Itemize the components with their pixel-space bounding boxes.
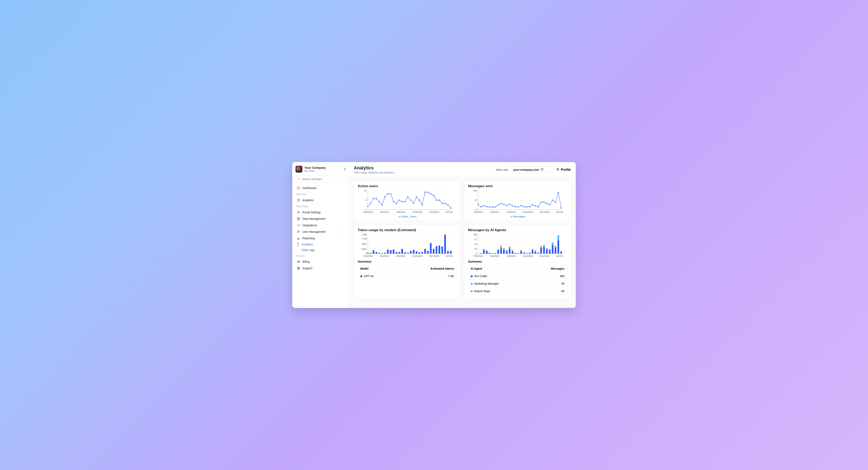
svg-rect-224 xyxy=(555,246,556,247)
svg-rect-221 xyxy=(552,243,553,245)
svg-rect-144 xyxy=(444,235,446,254)
sidebar-item-billing[interactable]: Billing xyxy=(294,259,346,265)
svg-text:70: 70 xyxy=(474,199,477,201)
svg-point-81 xyxy=(512,205,513,206)
svg-text:140: 140 xyxy=(473,189,477,192)
sidebar-item-reporting-analytics[interactable]: Analytics xyxy=(300,241,346,247)
svg-point-31 xyxy=(384,197,385,198)
sidebar-item-reporting[interactable]: Reporting ⌄ xyxy=(294,235,346,241)
svg-text:100: 100 xyxy=(473,233,477,236)
svg-point-86 xyxy=(526,206,527,207)
svg-rect-213 xyxy=(543,245,545,246)
sidebar-item-data-management[interactable]: Data Management › xyxy=(294,215,346,222)
page-subtitle: View usage statistics and analytics xyxy=(354,171,493,174)
sidebar-item-integrations[interactable]: Integrations › xyxy=(294,222,346,229)
search-input-wrap[interactable] xyxy=(294,175,346,183)
svg-point-46 xyxy=(427,192,428,193)
chart-messages-agents: 02550751007/29/20248/4/20248/9/20248/15/… xyxy=(468,233,567,258)
svg-rect-141 xyxy=(436,246,437,254)
chart-messages-sent: 0701407/30/20248/4/20248/9/20248/15/2024… xyxy=(468,189,567,214)
company-switcher[interactable]: Your Company Pro Plan ▴▾ xyxy=(294,165,346,175)
svg-point-26 xyxy=(370,203,371,204)
gear-icon: ⚙ xyxy=(297,211,300,214)
live-domain: your-company.com xyxy=(513,168,539,171)
svg-point-70 xyxy=(480,206,482,207)
svg-point-29 xyxy=(379,201,380,202)
svg-text:1.4M: 1.4M xyxy=(362,233,367,236)
reporting-subnav: Analytics Chat Logs xyxy=(298,241,346,253)
svg-point-98 xyxy=(561,207,562,208)
svg-point-49 xyxy=(436,200,437,201)
svg-point-44 xyxy=(422,204,423,205)
svg-rect-145 xyxy=(447,251,449,254)
company-name: Your Company xyxy=(304,166,342,169)
svg-point-88 xyxy=(532,204,533,205)
sidebar-item-portal-settings[interactable]: ⚙ Portal Settings › xyxy=(294,209,346,215)
svg-rect-123 xyxy=(384,253,386,254)
svg-rect-130 xyxy=(404,252,406,254)
svg-text:8/4/2024: 8/4/2024 xyxy=(380,211,389,213)
card-messages-sent: Messages sent 0701407/30/20248/4/20248/9… xyxy=(464,181,571,221)
svg-point-93 xyxy=(547,203,548,204)
chart-active-users: 06127/30/20248/4/20248/9/20248/15/20248/… xyxy=(358,189,457,214)
svg-point-43 xyxy=(419,200,420,201)
svg-rect-132 xyxy=(410,251,411,254)
svg-text:8/21/2024: 8/21/2024 xyxy=(429,211,439,213)
sidebar-item-support[interactable]: Support xyxy=(294,265,346,271)
svg-rect-183 xyxy=(506,252,507,254)
sidebar-item-analytics-shortcut[interactable]: Analytics xyxy=(294,197,346,203)
svg-rect-195 xyxy=(520,251,522,252)
svg-rect-135 xyxy=(418,252,420,254)
svg-point-32 xyxy=(387,193,388,194)
series-dot-icon xyxy=(471,290,473,292)
svg-point-25 xyxy=(367,206,368,207)
svg-rect-197 xyxy=(523,253,525,254)
svg-rect-185 xyxy=(506,250,507,251)
chart-legend: Messages xyxy=(468,215,567,218)
svg-point-48 xyxy=(433,195,434,196)
svg-rect-229 xyxy=(560,252,562,254)
svg-rect-205 xyxy=(535,251,536,252)
tools-icon xyxy=(297,224,300,227)
content[interactable]: Active users 06127/30/20248/4/20248/9/20… xyxy=(349,177,576,308)
svg-rect-207 xyxy=(537,253,539,254)
svg-point-4 xyxy=(298,217,300,218)
svg-rect-136 xyxy=(422,252,423,254)
updown-chevron-icon[interactable]: ▴▾ xyxy=(344,168,345,170)
svg-rect-129 xyxy=(401,249,403,254)
sidebar-item-label: Dashboard xyxy=(302,186,316,189)
profile-button[interactable]: Profile xyxy=(556,168,571,172)
section-account: Account xyxy=(294,253,346,259)
search-input[interactable] xyxy=(302,177,344,181)
view-live-dropdown[interactable]: ⌄ xyxy=(546,166,553,173)
sidebar-item-user-management[interactable]: User Management › xyxy=(294,229,346,235)
svg-point-85 xyxy=(524,206,525,207)
svg-rect-216 xyxy=(546,248,548,248)
svg-point-30 xyxy=(381,204,382,205)
section-shortcuts: Shortcuts xyxy=(294,191,346,197)
svg-point-91 xyxy=(541,202,542,203)
svg-rect-186 xyxy=(509,249,510,254)
svg-text:8/27/2024: 8/27/2024 xyxy=(556,255,563,257)
svg-rect-218 xyxy=(549,249,551,250)
svg-point-9 xyxy=(298,268,299,269)
sidebar-item-label: User Management xyxy=(302,230,326,233)
svg-rect-137 xyxy=(424,249,426,254)
sidebar-item-dashboard[interactable]: Dashboard xyxy=(294,185,346,191)
svg-rect-196 xyxy=(520,250,522,251)
svg-text:8/15/2024: 8/15/2024 xyxy=(523,255,533,257)
svg-rect-173 xyxy=(495,253,496,254)
series-dot-icon xyxy=(360,275,362,277)
svg-point-77 xyxy=(501,203,502,204)
view-live-button[interactable]: your-company.com xyxy=(511,166,546,173)
chart-legend: Active_Users xyxy=(358,215,457,218)
sidebar-item-reporting-chat-logs[interactable]: Chat Logs xyxy=(300,247,346,253)
card-title: Active users xyxy=(358,184,457,188)
svg-rect-181 xyxy=(503,249,505,250)
svg-rect-200 xyxy=(529,253,530,254)
users-icon xyxy=(297,230,300,233)
card-active-users: Active users 06127/30/20248/4/20248/9/20… xyxy=(354,181,461,221)
svg-point-78 xyxy=(503,204,504,205)
view-live-label: View Live: xyxy=(496,168,509,171)
svg-rect-215 xyxy=(546,248,548,249)
